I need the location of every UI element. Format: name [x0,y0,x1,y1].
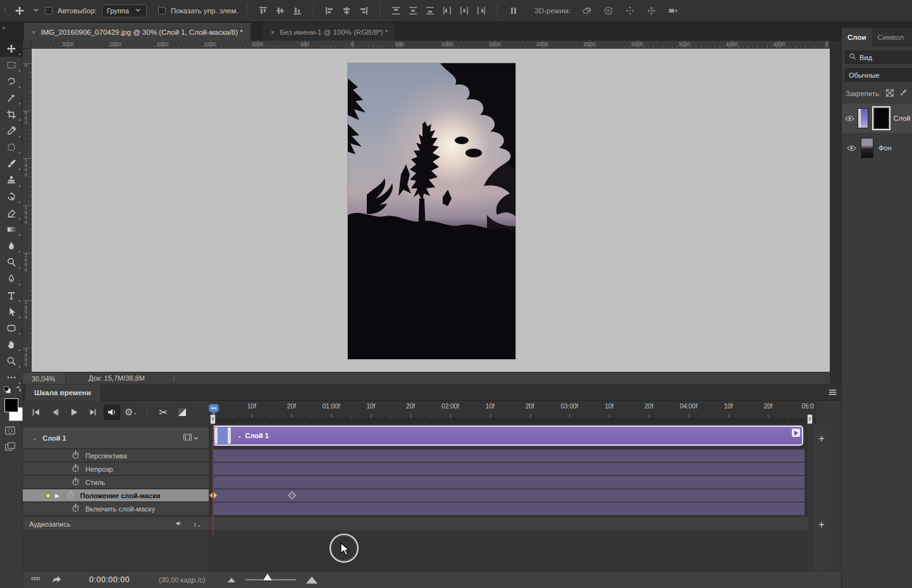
default-colors-icon[interactable] [3,386,11,395]
stopwatch-icon[interactable] [66,490,75,501]
hand-tool[interactable] [0,336,23,353]
brush-tool[interactable] [0,156,23,172]
dist-hcenter-icon[interactable] [457,3,472,18]
property-track-lane[interactable] [213,450,804,462]
canvas-area[interactable]: 3000250020001500100050005001000150020002… [23,40,830,372]
gradient-tool[interactable] [0,221,23,238]
panel-tab-символ[interactable]: Символ [872,28,909,47]
eyedropper-tool[interactable] [0,123,23,139]
layer-clip[interactable]: ⌄Слой 1 [213,426,803,446]
align-vcenter-icon[interactable] [273,3,288,18]
zoom-slider-thumb[interactable] [263,573,272,580]
layer-row[interactable]: Фон [842,133,912,162]
document-tab-1[interactable]: × IMG_20160906_070429.jpg @ 30% (Слой 1,… [24,23,250,40]
screen-mode-icon[interactable] [4,441,16,454]
panel-tab-слои[interactable]: Слои [842,28,872,47]
layer-thumbnail[interactable] [858,108,868,128]
layer-filter-field[interactable]: Вид [845,51,912,64]
move-tool[interactable] [0,40,23,57]
more-dots-tool[interactable] [0,369,23,386]
audio-track-row[interactable]: Аудиозапись ♪⌄ [23,517,209,531]
dodge-tool[interactable] [0,254,23,271]
property-row[interactable]: Стиль [23,476,209,489]
dist-vcenter-icon[interactable] [405,3,421,18]
layer-row[interactable]: Слой 1 [842,104,912,133]
lock-paint-icon[interactable] [899,89,908,99]
dist-bottom-icon[interactable] [422,3,438,18]
audio-mute-icon[interactable] [175,519,183,529]
property-row[interactable]: Включить слой-маску [23,503,209,515]
add-video-track-button[interactable]: + [812,431,831,446]
next-keyframe-icon[interactable]: ▶ [55,493,59,499]
type-tool[interactable] [0,287,23,303]
export-icon[interactable] [51,574,61,585]
3d-pan-icon[interactable] [622,3,638,18]
audio-track-lane[interactable] [209,517,808,531]
flatten-frames-icon[interactable] [30,575,41,585]
pen-tool[interactable] [0,271,23,287]
playhead-handle[interactable] [207,403,221,421]
eraser-tool[interactable] [0,205,23,221]
marquee-tool[interactable] [0,57,23,73]
collapse-panels-icon[interactable]: » [2,24,6,31]
keyframe-icon[interactable] [44,492,51,499]
3d-camera-icon[interactable] [665,3,681,18]
property-row[interactable]: Перспектива [23,450,209,462]
chevron-down-icon[interactable]: ⌄ [32,434,37,442]
clip-end-handle[interactable] [792,429,800,437]
3d-roll-icon[interactable] [601,3,616,18]
keyframe-diamond[interactable] [288,491,296,499]
lock-transparency-icon[interactable] [885,89,894,99]
property-track-lane[interactable] [213,476,804,489]
shape-tool[interactable] [0,320,23,336]
dist-top-icon[interactable] [388,3,404,18]
document-tab-2[interactable]: × Без имени-1 @ 100% (RGB/8*) * [263,23,395,40]
eye-icon[interactable] [842,114,858,123]
property-track-lane[interactable] [213,463,804,475]
mute-audio-button[interactable] [104,405,120,420]
document-image[interactable] [348,63,515,359]
layer-group-row[interactable]: ⌄ Слой 1 [23,427,209,449]
eye-icon[interactable] [842,144,861,153]
first-frame-button[interactable] [28,405,44,420]
stopwatch-icon[interactable] [71,503,80,514]
audio-options-icon[interactable]: ♪⌄ [194,520,201,528]
timeline-ruler[interactable]: 10f20f01:00f10f20f02:00f10f20f03:00f10f2… [209,401,816,419]
panel-tab-а[interactable]: А [909,28,912,47]
crop-tool[interactable] [0,106,23,123]
ruler-corner[interactable] [23,40,32,49]
align-top-icon[interactable] [256,3,271,18]
property-track-lane[interactable] [213,489,804,502]
autoselect-checkbox[interactable] [45,7,52,15]
dist-spacing-icon[interactable] [506,3,521,18]
zoom-in-icon[interactable] [306,577,317,584]
split-clip-button[interactable]: ✂ [155,405,171,420]
dist-left-icon[interactable] [440,3,455,18]
3d-slide-icon[interactable] [644,3,659,18]
close-icon[interactable]: × [271,28,274,36]
stopwatch-icon[interactable] [71,463,80,474]
timeline-tab[interactable]: Шкала времени [25,384,100,401]
magic-wand-tool[interactable] [0,90,23,106]
transition-button[interactable] [174,405,190,420]
show-controls-checkbox[interactable] [158,7,166,15]
align-bottom-icon[interactable] [290,3,305,18]
horizontal-ruler[interactable]: 3000250020001500100050005001000150020002… [32,40,830,49]
previous-frame-button[interactable] [47,405,63,420]
blend-mode-dropdown[interactable]: Обычные [845,68,912,82]
healing-tool[interactable] [0,139,23,156]
swap-colors-icon[interactable] [14,386,22,395]
stopwatch-icon[interactable] [71,450,80,461]
property-track-lane[interactable] [213,503,804,515]
work-area-end-handle[interactable]: ‖ [807,414,813,424]
layer-name[interactable]: Слой 1 [894,114,912,122]
layer-thumbnail[interactable] [861,138,873,158]
blur-tool[interactable] [0,238,23,254]
timeline-settings-button[interactable]: ⚙⌄ [123,405,139,420]
dist-right-icon[interactable] [474,3,489,18]
zoom-level-field[interactable]: 30,04% [23,372,66,384]
next-frame-button[interactable] [85,405,101,420]
close-icon[interactable]: × [32,28,35,36]
property-row[interactable]: Непрозр. [23,463,209,475]
zoom-tool[interactable] [0,353,23,369]
